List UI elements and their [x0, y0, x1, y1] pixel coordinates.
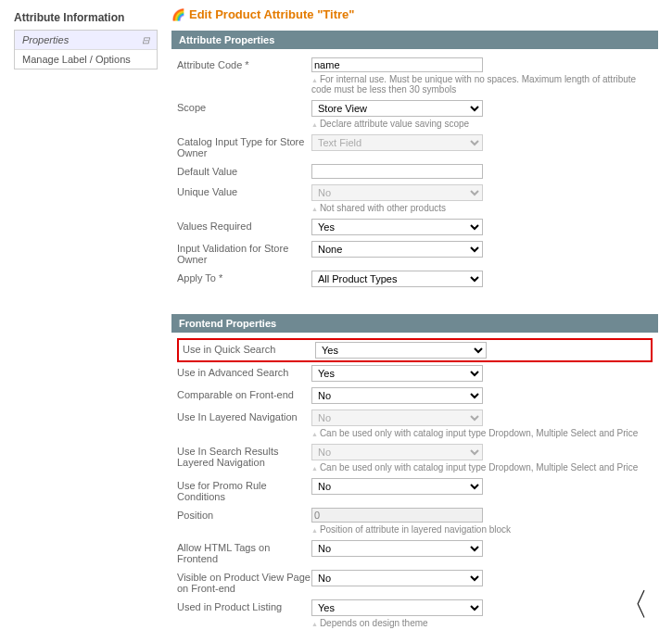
section-attribute-properties: Attribute Properties Attribute Code * Fo… [171, 31, 658, 296]
label-scope: Scope [177, 100, 311, 113]
label-used-listing: Used in Product Listing [177, 599, 311, 612]
label-apply: Apply To * [177, 271, 311, 284]
section-header: Attribute Properties [171, 31, 658, 49]
label-attribute-code: Attribute Code * [177, 57, 311, 70]
unique-select: No [311, 184, 483, 201]
label-promo: Use for Promo Rule Conditions [177, 478, 311, 502]
hint-used-listing: Depends on design theme [311, 618, 653, 628]
required-select[interactable]: Yes [311, 219, 483, 235]
sidebar-title: Attribute Information [14, 7, 158, 30]
sidebar-item-label: Properties [22, 34, 69, 45]
main-content: 🌈 Edit Product Attribute "Titre" Attribu… [171, 7, 658, 630]
catalog-input-select: Text Field [311, 134, 483, 151]
hint-attribute-code: For internal use. Must be unique with no… [311, 74, 653, 94]
label-required: Values Required [177, 219, 311, 232]
position-input [311, 508, 483, 523]
label-quick-search: Use in Quick Search [181, 342, 315, 355]
default-value-input[interactable] [311, 164, 483, 179]
search-layered-select: No [311, 444, 483, 460]
sidebar-item-manage-label[interactable]: Manage Label / Options [15, 50, 157, 69]
sidebar: Attribute Information Properties ⊟ Manag… [14, 7, 158, 630]
allow-html-select[interactable]: No [311, 540, 483, 557]
collapse-icon[interactable]: ⊟ [142, 35, 149, 45]
sidebar-item-properties[interactable]: Properties ⊟ [15, 31, 157, 50]
scope-select[interactable]: Store View [311, 100, 483, 117]
visible-pv-select[interactable]: No [311, 570, 483, 586]
label-search-layered: Use In Search Results Layered Navigation [177, 444, 311, 468]
label-allow-html: Allow HTML Tags on Frontend [177, 540, 311, 564]
hint-scope: Declare attribute value saving scope [311, 119, 653, 129]
label-comparable: Comparable on Front-end [177, 387, 311, 400]
page-title: 🌈 Edit Product Attribute "Titre" [171, 7, 658, 21]
hint-layered: Can be used only with catalog input type… [311, 428, 653, 438]
label-unique: Unique Value [177, 184, 311, 197]
label-layered: Use In Layered Navigation [177, 410, 311, 422]
used-listing-select[interactable]: Yes [311, 599, 483, 616]
hint-position: Position of attribute in layered navigat… [311, 524, 653, 535]
label-catalog-input: Catalog Input Type for Store Owner [177, 134, 311, 158]
sidebar-item-label: Manage Label / Options [22, 54, 131, 65]
chevron-left-icon[interactable]: 〈 [617, 584, 649, 626]
sidebar-nav: Properties ⊟ Manage Label / Options [14, 30, 158, 69]
row-quick-search-highlighted: Use in Quick Search Yes [177, 338, 653, 362]
label-validation: Input Validation for Store Owner [177, 241, 311, 265]
apply-select[interactable]: All Product Types [311, 271, 483, 287]
layered-select: No [311, 410, 483, 426]
section-frontend-properties: Frontend Properties Use in Quick Search … [171, 314, 658, 630]
promo-select[interactable]: No [311, 478, 483, 495]
label-adv-search: Use in Advanced Search [177, 365, 311, 378]
section-header: Frontend Properties [171, 314, 658, 333]
label-position: Position [177, 508, 311, 521]
adv-search-select[interactable]: Yes [311, 365, 483, 382]
label-visible-pv: Visible on Product View Page on Front-en… [177, 570, 311, 594]
hint-unique: Not shared with other products [311, 203, 653, 213]
attribute-code-input[interactable] [311, 57, 483, 72]
quick-search-select[interactable]: Yes [315, 342, 487, 359]
comparable-select[interactable]: No [311, 387, 483, 404]
label-default-value: Default Value [177, 164, 311, 177]
validation-select[interactable]: None [311, 241, 483, 258]
rainbow-icon: 🌈 [171, 8, 185, 21]
hint-search-layered: Can be used only with catalog input type… [311, 462, 653, 472]
